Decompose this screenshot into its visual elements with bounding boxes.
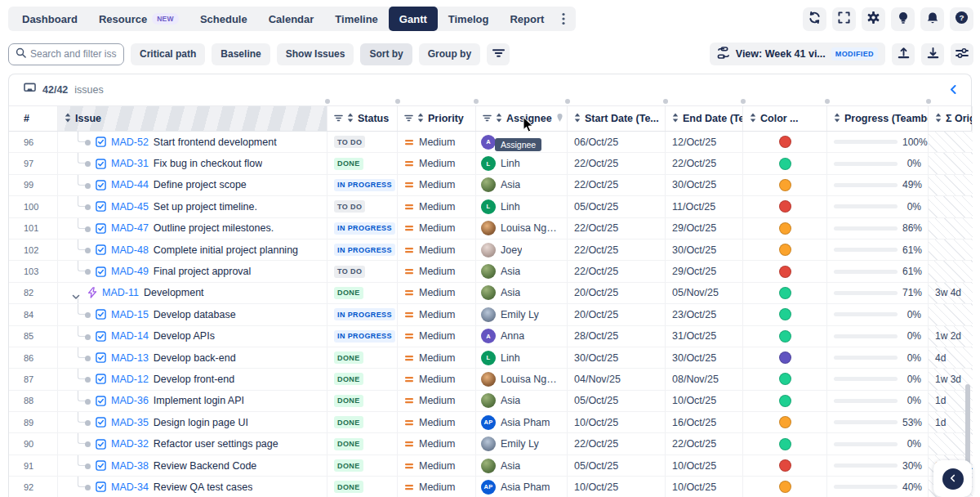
start-date-cell[interactable]: 10/Oct/25 [568, 412, 666, 432]
issue-summary[interactable]: Develop database [154, 309, 236, 320]
assignee-cell[interactable]: APAsia Pham [476, 477, 568, 497]
end-date-cell[interactable]: 29/Oct/25 [666, 218, 743, 239]
color-cell[interactable] [743, 477, 827, 497]
column-resize-handle[interactable] [565, 99, 570, 104]
color-cell[interactable] [743, 391, 827, 411]
priority-cell[interactable]: Medium [398, 218, 476, 239]
start-date-cell[interactable]: 22/Oct/25 [568, 240, 666, 260]
issue-row-mad-47[interactable]: 101 MAD-47 Outline project milestones. I… [9, 218, 971, 240]
group-by-button[interactable]: Group by [419, 43, 480, 65]
status-cell[interactable]: DONE [327, 369, 398, 389]
priority-cell[interactable]: Medium [398, 196, 476, 217]
assignee-cell[interactable]: LLinh [476, 347, 568, 368]
issue-row-mad-44[interactable]: 99 MAD-44 Define project scope IN PROGRE… [9, 175, 971, 196]
status-cell[interactable]: IN PROGRESS [327, 175, 398, 195]
start-date-cell[interactable]: 22/Oct/25 [568, 218, 666, 239]
assignee-cell[interactable]: Joey [476, 240, 568, 260]
column-resize-handle[interactable] [825, 99, 830, 104]
sort-icon[interactable] [347, 113, 354, 125]
assignee-cell[interactable]: Asia [476, 261, 568, 281]
issue-summary[interactable]: Start frontend development [154, 137, 277, 148]
assignee-cell[interactable]: LLinh [476, 196, 568, 217]
column-header-color[interactable]: Color ... [743, 106, 827, 131]
issue-row-mad-34[interactable]: 92 MAD-34 Review QA test cases DONE Medi… [9, 477, 971, 497]
upload-button[interactable] [892, 43, 915, 65]
panel-collapse-chevron[interactable] [950, 84, 956, 96]
priority-cell[interactable]: Medium [398, 347, 476, 368]
column-header-assignee[interactable]: Assignee [476, 106, 568, 131]
issue-key-link[interactable]: MAD-38 [111, 460, 149, 472]
issue-summary[interactable]: Review Backend Code [154, 460, 256, 472]
issue-summary[interactable]: Refactor user settings page [154, 438, 278, 450]
sort-icon[interactable] [750, 113, 756, 125]
color-cell[interactable] [743, 240, 827, 260]
issue-key-link[interactable]: MAD-45 [111, 201, 149, 213]
baseline-button[interactable]: Baseline [212, 43, 270, 65]
issue-key-link[interactable]: MAD-49 [111, 266, 149, 277]
color-cell[interactable] [743, 132, 827, 152]
issue-summary[interactable]: Develop back-end [154, 352, 236, 364]
start-date-cell[interactable]: 05/Oct/25 [568, 455, 666, 476]
sort-by-button[interactable]: Sort by [360, 43, 412, 65]
nav-tab-timelog[interactable]: Timelog [438, 7, 500, 31]
issue-row-mad-11[interactable]: 82 MAD-11 Development DONE MediumAsia20/… [9, 283, 971, 304]
sort-icon[interactable] [65, 113, 71, 125]
issue-summary[interactable]: Develop front-end [154, 374, 234, 385]
end-date-cell[interactable]: 10/Oct/25 [666, 391, 743, 411]
issue-key-link[interactable]: MAD-48 [111, 244, 149, 256]
end-date-cell[interactable]: 23/Oct/25 [666, 304, 743, 325]
issue-key-link[interactable]: MAD-44 [111, 179, 149, 190]
filter-icon[interactable] [334, 113, 343, 124]
bulb-button[interactable] [891, 7, 915, 31]
assignee-cell[interactable]: Asia [476, 455, 568, 476]
show-issues-button[interactable]: Show Issues [277, 43, 354, 65]
assignee-cell[interactable]: Louisa Nguyen [476, 369, 568, 389]
status-cell[interactable]: IN PROGRESS [327, 326, 398, 347]
issue-row-mad-48[interactable]: 102 MAD-48 Complete initial project plan… [9, 240, 971, 261]
start-date-cell[interactable]: 22/Oct/25 [568, 175, 666, 195]
issue-key-link[interactable]: MAD-32 [111, 438, 149, 450]
start-date-cell[interactable]: 05/Oct/25 [568, 196, 666, 217]
sort-icon[interactable] [834, 113, 840, 125]
issue-key-link[interactable]: MAD-36 [111, 395, 149, 406]
search-box[interactable] [8, 43, 124, 65]
issue-key-link[interactable]: MAD-31 [111, 158, 149, 169]
start-date-cell[interactable]: 20/Oct/25 [568, 283, 666, 303]
column-resize-handle[interactable] [663, 99, 668, 104]
assignee-cell[interactable]: Asia [476, 283, 568, 303]
assignee-cell[interactable]: Emily Ly [476, 304, 568, 325]
column-header-progress[interactable]: Progress (Teamboard) [827, 106, 929, 131]
collapse-panel-button[interactable] [942, 468, 964, 490]
view-selector-button[interactable]: View: Week 41 vi... MODIFIED [710, 43, 885, 65]
end-date-cell[interactable]: 31/Oct/25 [666, 326, 743, 347]
column-resize-handle[interactable] [741, 99, 746, 104]
priority-cell[interactable]: Medium [398, 153, 476, 173]
nav-tab-schedule[interactable]: Schedule [189, 7, 258, 31]
column-header-start[interactable]: Start Date (Te... [568, 106, 666, 131]
issue-row-mad-36[interactable]: 88 MAD-36 Implement login API DONE Mediu… [9, 391, 971, 412]
color-cell[interactable] [743, 455, 827, 476]
column-header-priority[interactable]: Priority [398, 106, 476, 131]
end-date-cell[interactable]: 16/Oct/25 [666, 412, 743, 432]
color-cell[interactable] [743, 433, 827, 454]
priority-cell[interactable]: Medium [398, 455, 476, 476]
column-header-issue[interactable]: Issue [58, 106, 327, 131]
start-date-cell[interactable]: 20/Oct/25 [568, 304, 666, 325]
issue-key-link[interactable]: MAD-35 [111, 417, 149, 428]
color-cell[interactable] [743, 326, 827, 347]
priority-cell[interactable]: Medium [398, 477, 476, 497]
status-cell[interactable]: DONE [327, 412, 398, 432]
issue-key-link[interactable]: MAD-34 [111, 481, 149, 493]
column-header-end[interactable]: End Date (Tea... [666, 106, 743, 131]
assignee-cell[interactable]: AAnna [476, 326, 568, 347]
issue-key-link[interactable]: MAD-13 [111, 352, 149, 364]
status-cell[interactable]: DONE [327, 153, 398, 173]
issue-row-mad-14[interactable]: 85 MAD-14 Develop APIs IN PROGRESS Mediu… [9, 326, 971, 347]
filter-icon[interactable] [404, 113, 413, 124]
status-cell[interactable]: IN PROGRESS [327, 304, 398, 325]
issue-summary[interactable]: Define project scope [154, 179, 247, 190]
color-cell[interactable] [743, 369, 827, 389]
issue-key-link[interactable]: MAD-14 [111, 330, 149, 342]
status-cell[interactable]: DONE [327, 433, 398, 454]
end-date-cell[interactable]: 08/Nov/25 [666, 369, 743, 389]
